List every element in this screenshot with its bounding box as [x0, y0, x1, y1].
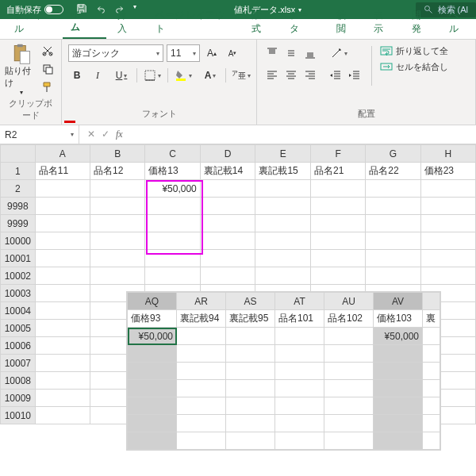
worksheet[interactable]: A B C D E F G H 1 品名11 品名12 価格13 裏記載14 裏… [0, 144, 476, 424]
align-top-icon[interactable] [263, 44, 281, 62]
cut-icon[interactable] [41, 44, 54, 60]
tab-dev[interactable]: 開発 [404, 6, 439, 39]
cell[interactable] [226, 328, 275, 345]
decrease-font-icon[interactable]: A▾ [224, 44, 241, 62]
col-header[interactable]: AQ [128, 293, 177, 310]
row-header[interactable]: 2 [1, 180, 36, 198]
col-header[interactable]: E [255, 145, 311, 163]
float-window[interactable]: AQ AR AS AT AU AV 価格93 裏記載94 裏記載95 品名101… [127, 292, 440, 450]
cell[interactable]: 裏 [423, 310, 440, 328]
cell[interactable] [324, 328, 374, 345]
font-color-button[interactable]: A▾ [198, 67, 222, 84]
border-button[interactable]: ▾ [140, 67, 164, 84]
row-header[interactable]: 10010 [1, 407, 36, 424]
col-header[interactable]: D [200, 145, 255, 163]
enter-formula-icon[interactable]: ✓ [102, 129, 109, 140]
col-header[interactable]: AU [324, 293, 374, 310]
cell[interactable] [423, 328, 440, 345]
indent-increase-icon[interactable] [346, 67, 363, 84]
row-header[interactable]: 10007 [1, 355, 36, 372]
row-header[interactable]: 10008 [1, 372, 36, 390]
cell[interactable]: 品名11 [35, 163, 90, 180]
paste-button[interactable]: 貼り付け ▾ [5, 43, 38, 96]
col-header[interactable]: H [420, 145, 475, 163]
align-middle-icon[interactable] [282, 44, 300, 62]
row-header[interactable]: 9998 [1, 198, 36, 215]
tab-view[interactable]: 表示 [366, 6, 401, 39]
row-header[interactable]: 1 [1, 163, 36, 180]
cell[interactable]: 価格13 [145, 163, 200, 180]
wrap-text-button[interactable]: 折り返して全 [380, 44, 448, 57]
cell[interactable]: ¥50,000 [128, 328, 177, 345]
indent-decrease-icon[interactable] [327, 67, 344, 84]
underline-button[interactable]: U▾ [109, 67, 133, 84]
cell[interactable] [90, 180, 145, 198]
row-header[interactable]: 10004 [1, 302, 36, 320]
cell[interactable]: 品名21 [311, 163, 366, 180]
align-left-icon[interactable] [263, 67, 281, 84]
tab-review[interactable]: 校閲 [328, 6, 363, 39]
cell[interactable]: 価格23 [420, 163, 475, 180]
cell[interactable]: 品名102 [324, 310, 374, 328]
orientation-icon[interactable]: ▾ [327, 44, 351, 62]
col-header[interactable]: A [35, 145, 90, 163]
cell[interactable]: 品名22 [366, 163, 420, 180]
cell[interactable]: 品名101 [275, 310, 324, 328]
cell[interactable] [255, 180, 311, 198]
tab-data[interactable]: データ [282, 6, 325, 39]
col-header[interactable]: B [90, 145, 145, 163]
row-header[interactable]: 10000 [1, 232, 36, 250]
increase-font-icon[interactable]: A▴ [203, 44, 221, 62]
cell[interactable]: 裏記載94 [177, 310, 226, 328]
align-bottom-icon[interactable] [301, 44, 319, 62]
fx-icon[interactable]: fx [116, 129, 123, 140]
format-painter-icon[interactable] [41, 81, 54, 96]
bold-button[interactable]: B [68, 67, 86, 84]
select-all-corner[interactable] [1, 145, 36, 163]
tab-help[interactable]: ヘル [441, 6, 476, 39]
cell[interactable] [200, 180, 255, 198]
cell[interactable]: 価格93 [128, 310, 177, 328]
fill-color-button[interactable]: ▾ [171, 67, 195, 84]
col-header[interactable]: AS [226, 293, 275, 310]
tab-insert[interactable]: 挿入 [109, 6, 144, 39]
cell[interactable] [420, 180, 475, 198]
cell[interactable] [275, 328, 324, 345]
tab-formula[interactable]: 数式 [244, 6, 278, 39]
cell[interactable]: 品名12 [90, 163, 145, 180]
font-name-combo[interactable]: 游ゴシック▾ [68, 44, 163, 62]
italic-button[interactable]: I [89, 67, 106, 84]
cell[interactable] [177, 328, 226, 345]
col-header[interactable]: AV [374, 293, 423, 310]
col-header[interactable]: C [145, 145, 200, 163]
row-header[interactable]: 10002 [1, 267, 36, 285]
copy-icon[interactable] [41, 63, 54, 78]
cell[interactable]: 価格103 [374, 310, 423, 328]
col-header[interactable]: AT [275, 293, 324, 310]
row-header[interactable]: 10009 [1, 390, 36, 407]
cell[interactable]: 裏記載95 [226, 310, 275, 328]
name-box[interactable]: R2▾ [0, 125, 79, 144]
cell[interactable] [366, 180, 420, 198]
col-header[interactable]: AR [177, 293, 226, 310]
row-header[interactable]: 9999 [1, 215, 36, 232]
align-center-icon[interactable] [282, 67, 300, 84]
col-header[interactable]: F [311, 145, 366, 163]
cancel-formula-icon[interactable]: ✕ [87, 129, 95, 140]
cell[interactable]: ¥50,000 [145, 180, 200, 198]
row-header[interactable]: 10005 [1, 320, 36, 337]
cell[interactable] [311, 180, 366, 198]
cell[interactable]: ¥50,000 [374, 328, 423, 345]
cell[interactable]: 裏記載15 [255, 163, 311, 180]
row-header[interactable]: 10001 [1, 250, 36, 267]
cell[interactable] [35, 180, 90, 198]
tab-home[interactable]: ホーム [63, 4, 106, 39]
row-header[interactable]: 10006 [1, 337, 36, 355]
tab-layout[interactable]: ページ レイアウト [148, 6, 240, 39]
merge-cells-button[interactable]: セルを結合し [380, 60, 448, 73]
align-right-icon[interactable] [301, 67, 319, 84]
phonetic-button[interactable]: ア亜▾ [229, 67, 253, 84]
col-header[interactable]: G [366, 145, 420, 163]
cell[interactable]: 裏記載14 [200, 163, 255, 180]
font-size-combo[interactable]: 11▾ [167, 44, 200, 62]
